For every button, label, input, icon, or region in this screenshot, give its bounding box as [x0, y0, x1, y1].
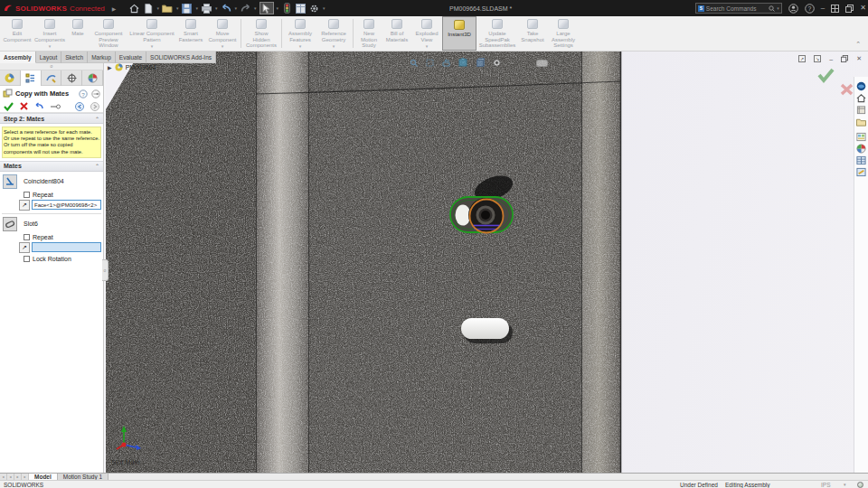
design-library-icon[interactable]: [856, 102, 866, 112]
3dexperience-icon[interactable]: [856, 79, 866, 89]
ribbon-button-insert-components[interactable]: InsertComponents▾: [33, 16, 67, 51]
panel-splitter-handle[interactable]: o: [102, 259, 108, 281]
mate-item[interactable]: Slot6: [3, 217, 103, 231]
dropdown-caret-icon[interactable]: ▾: [195, 5, 198, 11]
mate-reference-field-active[interactable]: [32, 242, 101, 252]
forward-button[interactable]: [90, 102, 99, 111]
tree-root-label[interactable]: PM009664: [126, 64, 156, 70]
repeat-checkbox-row[interactable]: Repeat: [24, 234, 103, 240]
ribbon-button-update-speedpak-subassemblies[interactable]: UpdateSpeedPakSubassemblies: [476, 16, 518, 51]
dropdown-caret-icon[interactable]: ▾: [235, 5, 238, 11]
ribbon-button-take-snapshot[interactable]: TakeSnapshot: [518, 16, 547, 51]
tab-sketch[interactable]: Sketch: [61, 52, 88, 63]
hide-show-items-icon[interactable]: [536, 54, 548, 70]
dropdown-caret-icon[interactable]: ▾: [156, 5, 159, 11]
reference-pick-button[interactable]: ↗: [19, 200, 30, 211]
ribbon-button-reference-geometry[interactable]: ReferenceGeometry▾: [316, 16, 351, 51]
dropdown-caret-icon[interactable]: ▾: [277, 5, 279, 11]
slot-mate-icon[interactable]: [3, 217, 17, 231]
tab-assembly[interactable]: Assembly: [0, 52, 36, 63]
report-grid-icon[interactable]: [295, 3, 307, 14]
ribbon-button-component-preview-window[interactable]: ComponentPreviewWindow: [89, 16, 128, 51]
statusbar-caret[interactable]: ▾: [844, 482, 846, 487]
tile-icon[interactable]: ↘: [814, 55, 821, 62]
home-tab-icon[interactable]: [856, 90, 866, 100]
manager-tab-display-manager-icon[interactable]: [82, 70, 103, 86]
granite-panel-model[interactable]: [106, 52, 621, 473]
manager-tab-configuration-manager-icon[interactable]: [61, 70, 82, 86]
ribbon-button-large-assembly-settings[interactable]: LargeAssemblySettings: [547, 16, 580, 51]
manager-tab-feature-manager-icon[interactable]: [21, 70, 42, 86]
ribbon-button-bill-of-materials[interactable]: Bill ofMaterials: [382, 16, 411, 51]
help-icon[interactable]: ?: [805, 4, 815, 14]
file-explorer-icon[interactable]: [856, 114, 866, 124]
dropdown-caret-icon[interactable]: ▾: [323, 5, 326, 11]
view-orientation-icon[interactable]: [476, 54, 485, 70]
statusbar-globe-icon[interactable]: [857, 482, 863, 488]
restore-icon[interactable]: [845, 5, 854, 13]
pin-button[interactable]: [51, 103, 61, 110]
slot-hole[interactable]: [461, 318, 513, 343]
ribbon-button-show-hidden-components[interactable]: ShowHiddenComponents: [243, 16, 279, 51]
dropdown-caret-icon[interactable]: ▾: [254, 5, 257, 11]
select-arrow-icon[interactable]: [259, 2, 274, 14]
dropdown-caret-icon[interactable]: ▾: [176, 5, 179, 11]
mates-section-header[interactable]: Mates⌃: [0, 161, 103, 172]
view-palette-icon[interactable]: [856, 129, 866, 139]
minimize-icon[interactable]: –: [821, 5, 825, 12]
window-layout-icon[interactable]: [831, 5, 839, 13]
ribbon-button-linear-component-pattern[interactable]: Linear ComponentPattern▾: [128, 16, 175, 51]
tab-solidworks-add-ins[interactable]: SOLIDWORKS Add-Ins: [146, 52, 216, 63]
repeat-checkbox-row[interactable]: Repeat: [24, 192, 103, 198]
dropdown-caret-icon[interactable]: ▾: [215, 5, 218, 11]
reference-pick-button[interactable]: ↗: [19, 242, 30, 253]
print-icon[interactable]: [201, 3, 212, 14]
manager-tab-assembly-manager-icon[interactable]: [0, 70, 21, 86]
ribbon-button-new-motion-study[interactable]: NewMotionStudy: [355, 16, 382, 51]
ribbon-button-mate[interactable]: Mate: [67, 16, 89, 51]
statusbar-units[interactable]: IPS: [821, 482, 830, 488]
search-icon[interactable]: [769, 5, 775, 12]
repeat-checkbox[interactable]: [24, 234, 30, 240]
coincident-mate-icon[interactable]: [3, 174, 17, 189]
cascade-icon[interactable]: ↗: [798, 55, 806, 62]
open-document-icon[interactable]: [162, 3, 174, 14]
section-view-icon[interactable]: [458, 54, 467, 70]
back-button[interactable]: [75, 102, 84, 111]
tab-layout[interactable]: Layout: [36, 52, 62, 63]
mate-item[interactable]: Coincident804: [3, 174, 103, 189]
ribbon-button-assembly-features[interactable]: AssemblyFeatures▾: [284, 16, 316, 51]
step2-section-header[interactable]: Step 2: Mates⌃: [0, 113, 103, 124]
appearances-icon[interactable]: [856, 141, 866, 151]
display-style-icon[interactable]: [493, 54, 501, 70]
repeat-checkbox[interactable]: [24, 192, 30, 198]
save-icon[interactable]: [181, 3, 193, 14]
ribbon-button-smart-fasteners[interactable]: SmartFasteners: [175, 16, 206, 51]
doc-tab-model[interactable]: Model: [29, 474, 58, 480]
undo-icon[interactable]: [221, 3, 232, 14]
ribbon-button-instant3d[interactable]: Instant3D: [442, 16, 476, 51]
ok-button[interactable]: [4, 102, 14, 111]
manager-tab-property-manager-icon[interactable]: [42, 70, 62, 86]
forum-icon[interactable]: [856, 164, 866, 174]
tree-expand-arrow[interactable]: ▶: [108, 64, 112, 70]
traffic-light-icon[interactable]: [281, 3, 293, 14]
redo-icon[interactable]: [240, 3, 251, 14]
close-doc-icon[interactable]: ✕: [856, 55, 862, 62]
undo-button[interactable]: [34, 102, 44, 110]
cancel-button[interactable]: [20, 102, 28, 110]
new-document-icon[interactable]: [142, 3, 154, 14]
doc-tab-motion-study-1[interactable]: Motion Study 1: [58, 474, 108, 480]
ribbon-button-exploded-view[interactable]: ExplodedView▾: [411, 16, 442, 51]
zoom-area-icon[interactable]: [426, 54, 434, 70]
tab-evaluate[interactable]: Evaluate: [116, 52, 146, 63]
restore-doc-icon[interactable]: [841, 55, 848, 62]
ribbon-button-move-component[interactable]: MoveComponent▾: [206, 16, 239, 51]
custom-properties-icon[interactable]: [856, 153, 866, 163]
pin-circle-icon[interactable]: [91, 89, 100, 99]
collapse-ribbon-icon[interactable]: ⌃: [855, 41, 861, 48]
home-icon[interactable]: [128, 3, 140, 14]
tab-scroll-buttons[interactable]: ◂◂▸▸: [0, 474, 29, 480]
ribbon-button-edit-component[interactable]: EditComponent: [2, 16, 33, 51]
search-caret-icon[interactable]: ▾: [777, 5, 779, 11]
